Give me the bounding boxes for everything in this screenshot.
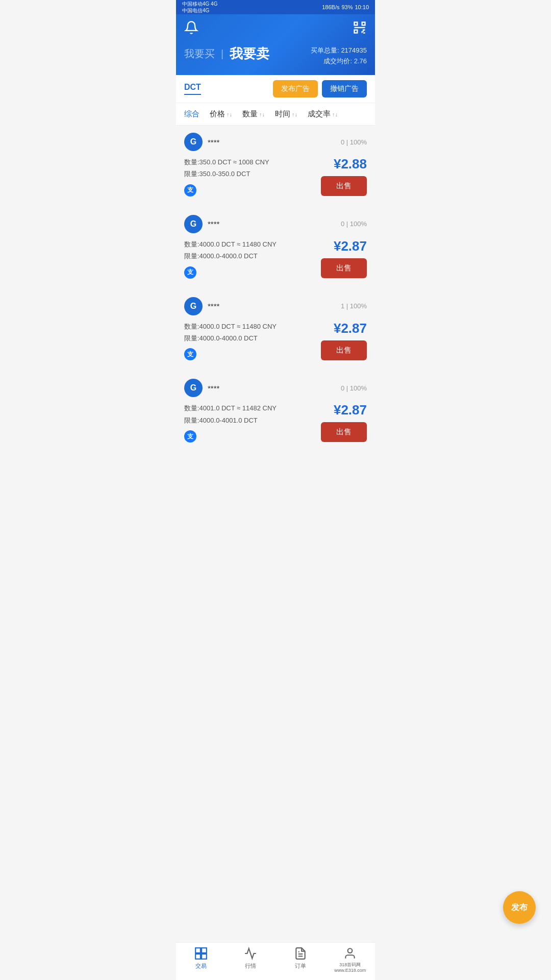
alipay-icon: 支	[184, 184, 196, 197]
sell-button[interactable]: 出售	[321, 422, 367, 442]
trade-limit: 限量:4000.0-4000.0 DCT	[184, 332, 277, 344]
trade-item-header: G **** 1 | 100%	[184, 297, 367, 315]
sort-rate[interactable]: 成交率 ↑↓	[308, 109, 338, 119]
sort-price[interactable]: 价格 ↑↓	[210, 109, 232, 119]
trader-info: G ****	[184, 133, 219, 151]
trade-details: 数量:4000.0 DCT ≈ 11480 CNY 限量:4000.0-4000…	[184, 238, 367, 279]
carrier-info: 中国移动4G 4G 中国电信4G	[182, 1, 217, 14]
trade-item-header: G **** 0 | 100%	[184, 215, 367, 233]
trade-item-header: G **** 0 | 100%	[184, 133, 367, 151]
alipay-icon: 支	[184, 430, 196, 443]
avatar: G	[184, 215, 203, 233]
trade-right: ¥2.87 出售	[321, 321, 367, 360]
header-top	[184, 20, 367, 37]
cancel-ad-button[interactable]: 撤销广告	[322, 80, 367, 97]
alipay-icon: 支	[184, 266, 196, 279]
trader-name: ****	[208, 302, 219, 310]
tab-divider: |	[221, 48, 223, 60]
payment-icons: 支	[184, 184, 269, 197]
trade-price: ¥2.88	[334, 156, 367, 172]
trader-name: ****	[208, 138, 219, 146]
tab-buy[interactable]: 我要买	[184, 47, 215, 61]
network-speed: 186B/s	[322, 4, 339, 10]
avatar: G	[184, 133, 203, 151]
sell-button[interactable]: 出售	[321, 340, 367, 360]
battery: 93%	[341, 4, 353, 10]
trade-price: ¥2.87	[334, 238, 367, 254]
trade-right: ¥2.87 出售	[321, 402, 367, 442]
trade-right: ¥2.87 出售	[321, 238, 367, 278]
trade-quantity: 数量:350.0 DCT ≈ 1008 CNY	[184, 156, 269, 168]
trade-item: G **** 1 | 100% 数量:4000.0 DCT ≈ 11480 CN…	[176, 290, 375, 372]
status-bar: 中国移动4G 4G 中国电信4G 186B/s 93% 10:10	[176, 0, 375, 14]
payment-icons: 支	[184, 348, 277, 360]
trade-stats: 0 | 100%	[341, 384, 367, 392]
trader-name: ****	[208, 384, 219, 393]
trade-limit: 限量:4000.0-4001.0 DCT	[184, 414, 277, 426]
time: 10:10	[355, 4, 369, 10]
trade-price: ¥2.87	[334, 321, 367, 336]
trader-info: G ****	[184, 379, 219, 397]
avatar: G	[184, 379, 203, 397]
sell-button[interactable]: 出售	[321, 176, 367, 196]
bell-icon[interactable]	[184, 20, 198, 37]
trade-details: 数量:350.0 DCT ≈ 1008 CNY 限量:350.0-350.0 D…	[184, 156, 367, 197]
svg-rect-2	[355, 30, 358, 33]
alipay-icon: 支	[184, 348, 196, 360]
avg-price: 成交均价: 2.76	[311, 56, 367, 67]
trader-info: G ****	[184, 297, 219, 315]
trade-limit: 限量:350.0-350.0 DCT	[184, 168, 269, 180]
status-right: 186B/s 93% 10:10	[322, 4, 369, 10]
avatar: G	[184, 297, 203, 315]
sell-button[interactable]: 出售	[321, 258, 367, 278]
trade-item-header: G **** 0 | 100%	[184, 379, 367, 397]
trade-item: G **** 0 | 100% 数量:4001.0 DCT ≈ 11482 CN…	[176, 372, 375, 454]
token-name[interactable]: DCT	[184, 83, 201, 95]
trade-details: 数量:4001.0 DCT ≈ 11482 CNY 限量:4000.0-4001…	[184, 402, 367, 443]
svg-rect-1	[362, 22, 365, 26]
header: 我要买 | 我要卖 买单总量: 2174935 成交均价: 2.76	[176, 14, 375, 75]
sort-composite[interactable]: 综合	[184, 109, 199, 119]
publish-ad-button[interactable]: 发布广告	[273, 80, 318, 97]
total-order: 买单总量: 2174935	[311, 45, 367, 56]
payment-icons: 支	[184, 266, 277, 279]
svg-rect-0	[355, 22, 358, 26]
trade-limit: 限量:4000.0-4000.0 DCT	[184, 250, 277, 262]
trade-quantity: 数量:4000.0 DCT ≈ 11480 CNY	[184, 321, 277, 332]
trade-info-left: 数量:4000.0 DCT ≈ 11480 CNY 限量:4000.0-4000…	[184, 321, 277, 361]
trader-info: G ****	[184, 215, 219, 233]
sort-quantity[interactable]: 数量 ↑↓	[242, 109, 265, 119]
header-stats: 买单总量: 2174935 成交均价: 2.76	[311, 45, 367, 67]
trade-stats: 0 | 100%	[341, 220, 367, 228]
token-bar: DCT 发布广告 撤销广告	[176, 75, 375, 103]
trader-name: ****	[208, 219, 219, 228]
trade-list: G **** 0 | 100% 数量:350.0 DCT ≈ 1008 CNY …	[176, 126, 375, 495]
trade-price: ¥2.87	[334, 402, 367, 418]
trade-details: 数量:4000.0 DCT ≈ 11480 CNY 限量:4000.0-4000…	[184, 321, 367, 361]
header-tabs: 我要买 | 我要卖	[184, 45, 269, 63]
trade-quantity: 数量:4000.0 DCT ≈ 11480 CNY	[184, 238, 277, 250]
token-buttons: 发布广告 撤销广告	[273, 80, 367, 97]
trade-info-left: 数量:4001.0 DCT ≈ 11482 CNY 限量:4000.0-4001…	[184, 402, 277, 443]
scan-icon[interactable]	[353, 20, 367, 37]
trade-item: G **** 0 | 100% 数量:4000.0 DCT ≈ 11480 CN…	[176, 208, 375, 290]
trade-info-left: 数量:350.0 DCT ≈ 1008 CNY 限量:350.0-350.0 D…	[184, 156, 269, 197]
trade-stats: 1 | 100%	[341, 302, 367, 310]
trade-quantity: 数量:4001.0 DCT ≈ 11482 CNY	[184, 402, 277, 414]
trade-item: G **** 0 | 100% 数量:350.0 DCT ≈ 1008 CNY …	[176, 126, 375, 208]
tab-sell[interactable]: 我要卖	[230, 45, 269, 63]
trade-stats: 0 | 100%	[341, 138, 367, 146]
header-content: 我要买 | 我要卖 买单总量: 2174935 成交均价: 2.76	[184, 45, 367, 67]
sort-time[interactable]: 时间 ↑↓	[275, 109, 297, 119]
trade-right: ¥2.88 出售	[321, 156, 367, 196]
sort-bar: 综合 价格 ↑↓ 数量 ↑↓ 时间 ↑↓ 成交率 ↑↓	[176, 103, 375, 126]
trade-info-left: 数量:4000.0 DCT ≈ 11480 CNY 限量:4000.0-4000…	[184, 238, 277, 279]
payment-icons: 支	[184, 430, 277, 443]
